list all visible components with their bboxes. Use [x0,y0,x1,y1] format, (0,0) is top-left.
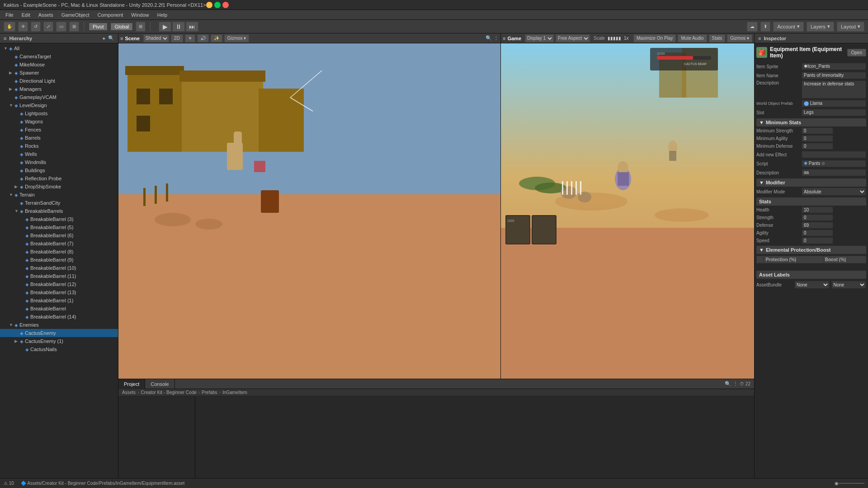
hierarchy-item-windmills[interactable]: ◈ Windmills [0,158,118,166]
hierarchy-item-breakablebarrel-(5)[interactable]: ◈ BreakableBarrel (5) [0,223,118,231]
hierarchy-item-managers[interactable]: ▶ ◈ Managers [0,85,118,93]
slot-value[interactable]: Legs [802,109,866,116]
hierarchy-item-gameplayvcam[interactable]: ◈ GameplayVCAM [0,93,118,101]
hierarchy-item-terrainsandcity[interactable]: ◈ TerrainSandCity [0,199,118,207]
move-tool[interactable]: ✛ [18,22,28,32]
play-button[interactable]: ▶ [159,22,171,32]
hierarchy-item-cactusnails[interactable]: ◈ CactusNails [0,345,118,353]
hierarchy-item-cactusenemy-(1)[interactable]: ▶ ◈ CactusEnemy (1) [0,337,118,345]
menu-edit[interactable]: Edit [18,11,34,19]
scene-fx-btn[interactable]: ✨ [211,34,222,42]
hierarchy-item-reflection-probe[interactable]: ◈ Reflection Probe [0,174,118,183]
tree-toggle[interactable]: ▼ [9,192,14,197]
scene-search-icon[interactable]: 🔍 [486,35,492,41]
collab-btn[interactable]: ⬆ [760,22,770,32]
asset-labels-header[interactable]: Asset Labels [756,271,866,279]
account-dropdown[interactable]: Account ▾ [773,22,804,32]
tab-project[interactable]: Project [118,379,145,389]
item-sprite-value[interactable]: ✱Icon_Pants [802,63,866,70]
hierarchy-item-all[interactable]: ▼ ◈ All [0,44,118,52]
hierarchy-menu-icon[interactable]: ≡ [4,36,6,41]
stats-section[interactable]: Stats [756,197,866,206]
asset-bundle-dropdown2[interactable]: None [831,281,867,289]
tree-toggle[interactable]: ▶ [9,87,14,91]
tree-toggle[interactable]: ▼ [9,323,14,327]
hierarchy-add-icon[interactable]: + [103,36,105,41]
pivot-btn[interactable]: Pivot [89,23,107,30]
scene-menu-icon[interactable]: ≡ [120,36,123,41]
mute-audio-btn[interactable]: Mute Audio [678,34,707,42]
hierarchy-item-breakablebarrel-(7)[interactable]: ◈ BreakableBarrel (7) [0,239,118,248]
hierarchy-item-cameratarget[interactable]: ◈ CameraTarget [0,52,118,61]
scale-tool[interactable]: ⤢ [43,22,53,32]
grid-btn[interactable]: ⊞ [136,22,146,32]
breadcrumb-assets[interactable]: Assets [122,390,136,395]
min-strength-value[interactable]: 0 [802,127,833,134]
hierarchy-item-breakablebarrel-(8)[interactable]: ◈ BreakableBarrel (8) [0,248,118,256]
stats-btn[interactable]: Stats [709,34,726,42]
breadcrumb-kit[interactable]: Creator Kit - Beginner Code [141,390,196,395]
game-gizmos-btn[interactable]: Gizmos ▾ [727,34,752,42]
description-value[interactable]: Increase in defense stats [802,80,866,99]
scene-gizmos-btn[interactable]: Gizmos ▾ [224,34,250,42]
hierarchy-item-fences[interactable]: ◈ Fences [0,126,118,134]
hierarchy-item-breakablebarrel-(10)[interactable]: ◈ BreakableBarrel (10) [0,264,118,272]
tree-toggle[interactable]: ▼ [9,103,14,108]
menu-help[interactable]: Help [153,11,171,19]
hierarchy-item-mikemoose[interactable]: ◈ MikeMoose [0,61,118,69]
scene-options-icon[interactable]: ⋮ [494,35,499,41]
services-btn[interactable]: ☁ [747,22,758,32]
hierarchy-item-wells[interactable]: ◈ Wells [0,150,118,158]
tree-toggle[interactable]: ▶ [14,339,20,343]
inspector-menu-icon[interactable]: ≡ [758,36,761,41]
min-defense-value[interactable]: 0 [802,143,833,150]
hierarchy-search-icon[interactable]: 🔍 [108,35,114,41]
close-button[interactable] [222,2,229,8]
aspect-dropdown[interactable]: Free Aspect [556,34,590,42]
hierarchy-item-wagons[interactable]: ◈ Wagons [0,117,118,126]
2d-btn[interactable]: 2D [171,34,183,42]
project-options-icon[interactable]: ⋮ [733,381,738,387]
menu-assets[interactable]: Assets [35,11,57,19]
hierarchy-item-cactusenemy[interactable]: ◈ CactusEnemy [0,329,118,337]
breadcrumb-prefabs[interactable]: Prefabs [202,390,217,395]
hand-tool[interactable]: ✋ [4,22,15,32]
hierarchy-item-rocks[interactable]: ◈ Rocks [0,142,118,150]
hierarchy-item-breakablebarrel-(3)[interactable]: ◈ BreakableBarrel (3) [0,215,118,223]
hierarchy-item-breakablebarrel-(9)[interactable]: ◈ BreakableBarrel (9) [0,256,118,264]
menu-file[interactable]: File [2,11,17,19]
hierarchy-item-dropshipsmoke[interactable]: ▶ ◈ DropShipSmoke [0,183,118,191]
breadcrumb-ingameitem[interactable]: InGameItem [222,390,247,395]
menu-gameobject[interactable]: GameObject [58,11,93,19]
hierarchy-item-spawner[interactable]: ▶ ◈ Spawner [0,69,118,77]
tree-toggle[interactable]: ▼ [14,209,20,213]
status-slider[interactable]: ◉──────── [835,481,864,486]
layers-dropdown[interactable]: Layers ▾ [807,22,834,32]
hierarchy-item-breakablebarrel-(1)[interactable]: ◈ BreakableBarrel (1) [0,296,118,305]
item-name-value[interactable]: Pants of Immortality [802,72,866,79]
layout-dropdown[interactable]: Layout ▾ [837,22,864,32]
hierarchy-item-breakablebarrel-(14)[interactable]: ◈ BreakableBarrel (14) [0,313,118,321]
menu-window[interactable]: Window [127,11,152,19]
open-button[interactable]: Open [847,49,866,56]
scene-view[interactable] [118,43,500,379]
transform-tool[interactable]: ⊞ [69,22,79,32]
hierarchy-item-lightposts[interactable]: ◈ Lightposts [0,109,118,117]
agility-value[interactable]: 0 [802,230,833,236]
hierarchy-item-terrain[interactable]: ▼ ◈ Terrain [0,191,118,199]
scene-light-btn[interactable]: ☀ [185,34,195,42]
hierarchy-item-buildings[interactable]: ◈ Buildings [0,166,118,174]
min-stats-section[interactable]: ▼ Minimum Stats [756,118,866,127]
game-view[interactable]: 1000 CACTUS BEAR 1000 [501,43,754,379]
hierarchy-item-breakablebarrel[interactable]: ◈ BreakableBarrel [0,305,118,313]
maximize-on-play-btn[interactable]: Maximize On Play [633,34,676,42]
shading-dropdown[interactable]: Shaded [143,34,169,42]
step-button[interactable]: ⏭ [186,22,198,32]
asset-bundle-dropdown1[interactable]: None [794,281,830,289]
tree-toggle[interactable]: ▶ [14,184,20,189]
strength-value[interactable]: 0 [802,214,833,221]
script-value[interactable]: ✱ Pants ⚙ [802,160,866,167]
game-menu-icon[interactable]: ≡ [503,36,505,41]
display-dropdown[interactable]: Display 1 [525,34,554,42]
hierarchy-item-directional-light[interactable]: ◈ Directional Light [0,77,118,85]
